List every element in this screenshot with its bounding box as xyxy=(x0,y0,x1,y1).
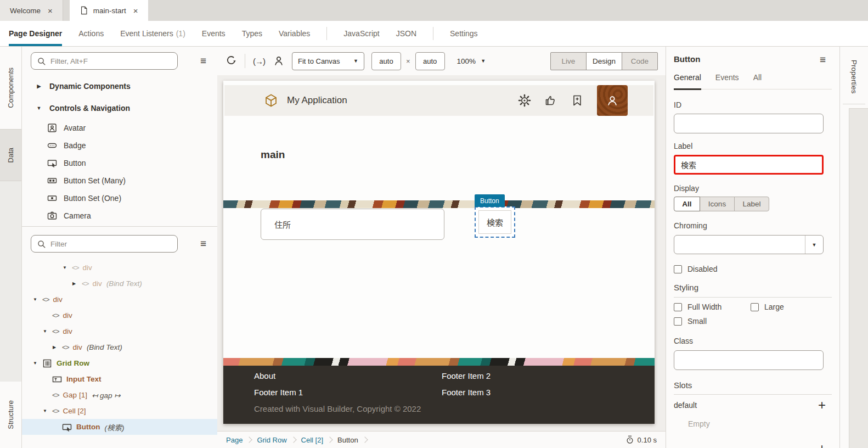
canvas-width-input[interactable] xyxy=(371,52,401,70)
display-option-all[interactable]: All xyxy=(674,197,700,211)
mode-button-live[interactable]: Live xyxy=(550,52,587,70)
structure-row-grid-row[interactable]: ▼Grid Row xyxy=(22,355,217,371)
refresh-icon[interactable] xyxy=(225,55,237,67)
components-filter-input[interactable] xyxy=(50,57,172,65)
checkbox-large[interactable] xyxy=(751,303,759,311)
structure-filter-input[interactable] xyxy=(50,240,172,248)
structure-row-cell-2[interactable]: ▼<>Cell [2] xyxy=(22,403,217,419)
menu-item-types[interactable]: Types xyxy=(242,21,262,46)
properties-menu-icon[interactable] xyxy=(820,54,826,65)
properties-tab-general[interactable]: General xyxy=(674,73,701,89)
structure-row-div[interactable]: <>div xyxy=(22,307,217,323)
id-input[interactable] xyxy=(674,114,824,133)
footer-link-footer-item-1[interactable]: Footer Item 1 xyxy=(254,388,303,397)
properties-tab-events[interactable]: Events xyxy=(715,73,739,89)
properties-tab-all[interactable]: All xyxy=(753,73,762,89)
address-input[interactable]: 住所 xyxy=(261,209,444,240)
menu-item-json[interactable]: JSON xyxy=(396,21,416,46)
footer-link-about[interactable]: About xyxy=(254,371,275,380)
component-item-button-set-one[interactable]: Button Set (One) xyxy=(22,189,217,207)
label-input[interactable] xyxy=(674,155,824,175)
structure-row-button[interactable]: Button(検索) xyxy=(22,419,217,435)
footer-link-footer-item-2[interactable]: Footer Item 2 xyxy=(442,371,491,380)
components-section-controls-navigation[interactable]: ▼Controls & Navigation xyxy=(22,97,217,119)
menu-item-javascript[interactable]: JavaScript xyxy=(343,21,379,46)
components-section-label: Controls & Navigation xyxy=(49,104,130,113)
structure-row-gap-1[interactable]: <>Gap [1]↤ gap ↦ xyxy=(22,387,217,403)
breadcrumb-item-cell-2[interactable]: Cell [2] xyxy=(301,436,323,444)
menu-item-events[interactable]: Events xyxy=(202,21,226,46)
editor-tab-main-start[interactable]: main-start× xyxy=(70,0,148,21)
chevron-down-icon[interactable]: ▼ xyxy=(43,329,52,334)
right-rail: Properties xyxy=(839,47,868,448)
structure-row-div[interactable]: ▼<>div xyxy=(22,292,217,307)
canvas-zone: (→) Fit to Canvas ▼ × 100% ▼ LiveDesignC… xyxy=(217,47,666,448)
component-item-badge[interactable]: Badge xyxy=(22,137,217,154)
chroming-select[interactable]: ▼ xyxy=(674,235,824,254)
chevron-down-icon[interactable]: ▼ xyxy=(63,265,72,270)
canvas-height-input[interactable] xyxy=(415,52,445,70)
section-divider xyxy=(674,297,832,298)
component-item-label: Badge xyxy=(64,141,86,150)
menu-item-event-listeners[interactable]: Event Listeners(1) xyxy=(120,21,185,46)
rail-tab-components-label: Components xyxy=(7,68,15,108)
menu-item-actions[interactable]: Actions xyxy=(78,21,104,46)
component-item-button-set-many[interactable]: Button Set (Many) xyxy=(22,172,217,189)
breadcrumb-item-page[interactable]: Page xyxy=(226,436,243,444)
menu-item-settings[interactable]: Settings xyxy=(450,21,478,46)
disabled-checkbox-row: Disabled xyxy=(674,265,717,273)
rail-tab-components[interactable]: Components xyxy=(0,47,21,129)
add-icon[interactable]: + xyxy=(818,442,826,448)
chevron-down-icon[interactable]: ▼ xyxy=(33,297,42,302)
footer-link-footer-item-3[interactable]: Footer Item 3 xyxy=(442,388,491,397)
structure-row-div[interactable]: ▶<>div(Bind Text) xyxy=(22,339,217,355)
selected-button-outline[interactable]: Button 検索 xyxy=(475,206,515,238)
close-icon[interactable]: × xyxy=(133,6,138,15)
components-section-dynamic-components[interactable]: ▶Dynamic Components xyxy=(22,75,217,97)
structure-menu-icon[interactable] xyxy=(200,238,206,249)
search-button[interactable]: 検索 xyxy=(478,210,511,234)
component-item-avatar[interactable]: Avatar xyxy=(22,119,217,137)
user-avatar[interactable] xyxy=(597,85,628,116)
structure-row-input-text[interactable]: Input Text xyxy=(22,371,217,387)
chevron-down-icon[interactable]: ▼ xyxy=(43,408,52,413)
editor-tab-welcome[interactable]: Welcome× xyxy=(0,0,63,21)
bookmark-add-icon[interactable] xyxy=(571,94,584,107)
mode-button-code[interactable]: Code xyxy=(622,52,658,70)
display-option-icons[interactable]: Icons xyxy=(700,197,735,211)
structure-node-label: Button xyxy=(76,423,100,431)
checkbox-full-width[interactable] xyxy=(674,303,682,311)
rail-tab-properties[interactable]: Properties xyxy=(840,53,868,100)
structure-row-div[interactable]: ▼<>div xyxy=(22,323,217,339)
display-option-label[interactable]: Label xyxy=(734,197,769,211)
component-item-button[interactable]: Button xyxy=(22,154,217,172)
components-list: ▶Dynamic Components▼Controls & Navigatio… xyxy=(22,75,217,225)
structure-row-div[interactable]: ▶<>div(Bind Text) xyxy=(22,276,217,292)
rail-tab-data[interactable]: Data xyxy=(0,129,21,181)
code-tag-icon: <> xyxy=(52,328,59,335)
chevron-right-icon[interactable]: ▶ xyxy=(72,281,82,286)
mode-button-design[interactable]: Design xyxy=(586,52,622,70)
close-icon[interactable]: × xyxy=(48,6,53,15)
editor-tabstrip: Welcome×main-start× xyxy=(0,0,868,21)
structure-row-div[interactable]: ▼<>div xyxy=(22,260,217,276)
disabled-checkbox[interactable] xyxy=(674,265,682,273)
structure-tree: ▼<>div▶<>div(Bind Text)▼<>div<>div▼<>div… xyxy=(22,260,217,435)
component-item-camera[interactable]: Camera xyxy=(22,207,217,225)
audit-person-icon[interactable] xyxy=(273,55,285,67)
menu-item-page-designer[interactable]: Page Designer xyxy=(9,21,62,46)
components-menu-icon[interactable] xyxy=(200,55,206,66)
structure-panel: ▼<>div▶<>div(Bind Text)▼<>div<>div▼<>div… xyxy=(22,226,217,448)
action-chain-icon[interactable]: (→) xyxy=(253,57,265,66)
chevron-right-icon[interactable]: ▶ xyxy=(53,345,62,350)
breadcrumb-item-grid-row[interactable]: Grid Row xyxy=(257,436,286,444)
menu-item-variables[interactable]: Variables xyxy=(279,21,310,46)
thumbs-up-icon[interactable] xyxy=(544,94,557,107)
canvas-size-select[interactable]: Fit to Canvas ▼ xyxy=(292,52,364,70)
add-slot-icon[interactable]: + xyxy=(818,399,826,412)
zoom-select[interactable]: 100% ▼ xyxy=(457,57,486,65)
checkbox-small[interactable] xyxy=(674,317,682,326)
chevron-down-icon[interactable]: ▼ xyxy=(33,361,42,366)
class-input[interactable] xyxy=(674,350,824,370)
gear-icon[interactable] xyxy=(518,94,531,107)
